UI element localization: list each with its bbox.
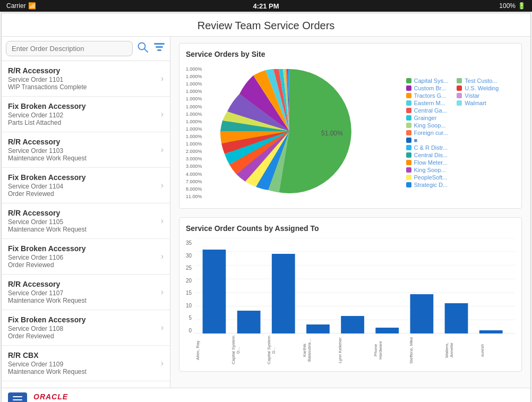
bar-x-label: Lynn Kelleher [338, 336, 372, 365]
order-title: Fix Broken Accessory [8, 315, 157, 324]
order-item-order-1105[interactable]: R/R Accessory Service Order 1105 Mainten… [2, 203, 170, 239]
pie-y-label: 1.000% [186, 74, 202, 79]
status-bar-right: 100% 🔋 [499, 2, 526, 10]
pie-y-label: 1.000% [186, 89, 202, 94]
bar-x-labels-container: Allen, RayCapital System D...Capital Sys… [195, 336, 515, 365]
wifi-icon: 📶 [28, 2, 36, 10]
order-status: WIP Transactions Complete [8, 83, 157, 91]
order-status: Maintenance Work Request [8, 155, 157, 162]
search-input[interactable] [6, 41, 133, 56]
legend-item: Walmart [457, 100, 499, 106]
order-number: Service Order 1108 [8, 325, 157, 332]
content-area: R/R Accessory Service Order 1101 WIP Tra… [2, 37, 530, 388]
bar-y-label: 20 [186, 278, 192, 284]
order-item-content: Fix Broken Accessory Service Order 1108 … [8, 315, 157, 340]
legend-dot [457, 85, 462, 91]
legend-dot [406, 85, 411, 91]
battery-label: 100% [499, 2, 516, 10]
legend-label: C & R Distr... [414, 144, 448, 151]
order-item-content: R/R Accessory Service Order 1103 Mainten… [8, 138, 157, 162]
battery-icon: 🔋 [518, 2, 526, 10]
right-panel: Service Orders by Site 1.000%1.000%1.000… [170, 37, 530, 388]
order-title: R/R Accessory [8, 66, 157, 75]
legend-item: C & R Distr... [406, 144, 449, 151]
legend-dot [406, 93, 411, 98]
order-title: R/R Accessory [8, 138, 157, 146]
order-status: Maintenance Work Request [8, 226, 157, 233]
order-status: Parts List Attached [8, 119, 157, 126]
svg-rect-15 [237, 311, 261, 333]
legend-item: PeopleSoft... [406, 174, 449, 181]
order-title: R/R CBX [8, 351, 157, 360]
legend-label: Vistar [465, 92, 479, 99]
bar-y-label: 35 [186, 240, 192, 246]
bar-y-labels: 35302520151050 [186, 238, 195, 333]
legend-dot [406, 167, 411, 173]
order-number: Service Order 1101 [8, 76, 157, 83]
legend-item: Strategic D... [406, 182, 449, 188]
legend-item [457, 144, 499, 151]
legend-item [457, 174, 499, 181]
legend-item [457, 107, 499, 114]
order-number: Service Order 1104 [8, 183, 157, 190]
svg-rect-3 [156, 46, 163, 48]
order-item-order-1108[interactable]: Fix Broken Accessory Service Order 1108 … [2, 310, 170, 346]
order-item-content: Fix Broken Accessory Service Order 1106 … [8, 244, 157, 269]
pie-area: 51.00% [215, 64, 396, 202]
pie-svg: 51.00% [215, 64, 364, 199]
bar-y-label: 15 [186, 290, 192, 296]
pie-chart-section: Service Orders by Site 1.000%1.000%1.000… [179, 43, 522, 209]
pie-y-label: 4.000% [186, 172, 202, 177]
order-number: Service Order 1103 [8, 147, 157, 155]
chevron-right-icon: › [161, 181, 164, 190]
order-item-order-1110[interactable]: Fix Broken CBX Service Order 1110 › [2, 381, 170, 388]
legend-item: Grainger [406, 115, 449, 121]
legend-label: Strategic D... [414, 182, 448, 188]
bar-x-label: suresh [480, 336, 514, 365]
svg-rect-22 [479, 330, 503, 333]
legend-dot [406, 152, 411, 158]
order-item-order-1101[interactable]: R/R Accessory Service Order 1101 WIP Tra… [2, 61, 170, 97]
legend-label: U.S. Welding [465, 85, 499, 91]
legend-dot [406, 175, 411, 180]
svg-rect-17 [306, 324, 330, 333]
order-item-content: R/R Accessory Service Order 1105 Mainten… [8, 209, 157, 233]
filter-icon[interactable] [153, 41, 166, 56]
bar-x-label: Karthik Balasubra... [302, 336, 337, 365]
order-title: Fix Broken Accessory [8, 173, 157, 182]
legend-item: Vistar [457, 92, 499, 99]
order-status: Order Reviewed [8, 261, 157, 269]
legend-dot [457, 78, 462, 83]
pie-legend: Capital Sys...Test Custo...Custom Br...U… [406, 78, 500, 188]
bar-x-label: Capital System D... [267, 336, 301, 365]
legend-dot [457, 100, 462, 106]
legend-label: Capital Sys... [414, 78, 449, 84]
order-item-order-1106[interactable]: Fix Broken Accessory Service Order 1106 … [2, 239, 170, 275]
legend-label: Custom Br... [414, 85, 447, 91]
order-item-order-1107[interactable]: R/R Accessory Service Order 1107 Mainten… [2, 275, 170, 310]
legend-item [457, 159, 499, 166]
order-item-order-1109[interactable]: R/R CBX Service Order 1109 Maintenance W… [2, 346, 170, 381]
pie-y-label: 1.000% [186, 141, 202, 147]
order-number: Service Order 1102 [8, 112, 157, 119]
bar-y-label: 5 [186, 315, 192, 321]
legend-dot [406, 182, 411, 187]
search-icon[interactable] [137, 41, 149, 56]
order-list: R/R Accessory Service Order 1101 WIP Tra… [2, 61, 170, 388]
legend-item: Foreign cur... [406, 130, 449, 136]
order-item-order-1102[interactable]: Fix Broken Accessory Service Order 1102 … [2, 97, 170, 132]
pie-y-label: 1.000% [186, 134, 202, 139]
bar-chart-svg [195, 238, 515, 333]
chevron-right-icon: › [161, 74, 164, 83]
pie-y-label: 3.000% [186, 164, 202, 169]
legend-dot [406, 78, 411, 83]
legend-item [457, 122, 499, 129]
legend-item [457, 182, 499, 188]
bar-y-label: 0 [186, 328, 192, 333]
legend-dot [406, 160, 411, 165]
order-item-order-1104[interactable]: Fix Broken Accessory Service Order 1104 … [2, 168, 170, 203]
pie-y-label: 1.000% [186, 81, 202, 87]
menu-button[interactable] [8, 392, 27, 403]
order-item-order-1103[interactable]: R/R Accessory Service Order 1103 Mainten… [2, 132, 170, 168]
svg-rect-16 [272, 254, 295, 333]
